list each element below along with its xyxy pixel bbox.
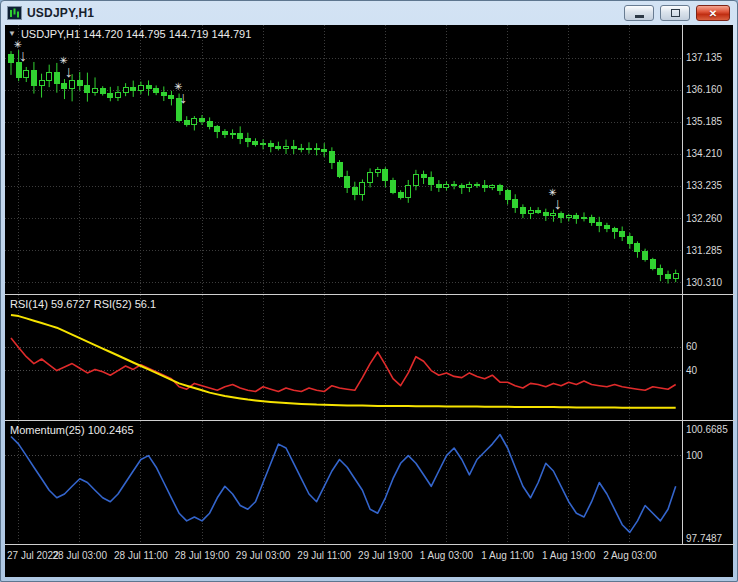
time-axis-label: 1 Aug 19:00 bbox=[542, 550, 596, 561]
momentum-axis-label: 100 bbox=[686, 450, 703, 461]
window-title: USDJPY,H1 bbox=[27, 6, 94, 20]
price-axis-label: 130.310 bbox=[686, 277, 723, 288]
rsi-indicator-label: RSI(14) 59.6727 RSI(52) 56.1 bbox=[10, 298, 156, 310]
time-axis-label: 1 Aug 11:00 bbox=[481, 550, 534, 561]
chart-area[interactable]: ✳↓✳↓✳↓✳↓137.135136.160135.185134.210133.… bbox=[5, 25, 733, 577]
candles bbox=[9, 50, 679, 283]
sell-arrow-icon: ↓ bbox=[19, 47, 27, 64]
momentum-axis-label: 97.7487 bbox=[686, 533, 723, 544]
minimize-button[interactable] bbox=[624, 5, 654, 21]
rsi-axis-label: 40 bbox=[686, 365, 698, 376]
minimize-icon bbox=[635, 15, 644, 18]
momentum-line-Momentum(25) bbox=[11, 435, 676, 533]
chart-window: USDJPY,H1 ✕ ✳↓✳↓✳↓✳↓137.135136.160135.18… bbox=[0, 0, 738, 582]
time-axis[interactable]: 27 Jul 202228 Jul 03:0028 Jul 11:0028 Ju… bbox=[7, 550, 657, 561]
price-axis-label: 133.235 bbox=[686, 180, 723, 191]
time-axis-label: 28 Jul 19:00 bbox=[175, 550, 230, 561]
momentum-axis-label: 100.6685 bbox=[686, 424, 728, 435]
rsi-line-RSI(52) bbox=[11, 315, 676, 408]
price-axis-label: 136.160 bbox=[686, 84, 723, 95]
sell-arrow-icon: ↓ bbox=[553, 195, 561, 212]
rsi-line-RSI(14) bbox=[11, 338, 676, 391]
time-axis-label: 1 Aug 03:00 bbox=[420, 550, 474, 561]
sell-arrow-icon: ↓ bbox=[179, 89, 187, 106]
sell-arrow-icon: ↓ bbox=[64, 63, 72, 80]
symbol-ohlc-text: USDJPY,H1 144.720 144.795 144.719 144.79… bbox=[21, 28, 251, 40]
momentum-indicator-label: Momentum(25) 100.2465 bbox=[10, 424, 134, 436]
price-axis-label: 134.210 bbox=[686, 148, 723, 159]
time-axis-label: 2 Aug 03:00 bbox=[603, 550, 657, 561]
time-axis-label: 28 Jul 11:00 bbox=[114, 550, 168, 561]
time-axis-label: 28 Jul 03:00 bbox=[53, 550, 108, 561]
rsi-axis-label: 60 bbox=[686, 341, 698, 352]
chart-dropdown-icon[interactable]: ▼ bbox=[8, 28, 16, 40]
price-axis-label: 135.185 bbox=[686, 116, 723, 127]
window-controls: ✕ bbox=[624, 5, 731, 21]
price-axis-label: 137.135 bbox=[686, 52, 723, 63]
price-axis-label: 131.285 bbox=[686, 245, 723, 256]
panel-separators bbox=[5, 25, 735, 545]
price-axis[interactable]: 137.135136.160135.185134.210133.235132.2… bbox=[686, 52, 728, 544]
chart-grid bbox=[5, 25, 683, 545]
titlebar[interactable]: USDJPY,H1 ✕ bbox=[1, 1, 737, 25]
time-axis-label: 29 Jul 19:00 bbox=[358, 550, 413, 561]
close-icon: ✕ bbox=[709, 8, 717, 19]
close-button[interactable]: ✕ bbox=[696, 5, 730, 21]
time-axis-label: 27 Jul 2022 bbox=[7, 550, 59, 561]
maximize-icon bbox=[671, 9, 680, 17]
maximize-button[interactable] bbox=[660, 5, 690, 21]
time-axis-label: 29 Jul 03:00 bbox=[236, 550, 291, 561]
time-axis-label: 29 Jul 11:00 bbox=[297, 550, 351, 561]
symbol-ohlc-label: ▼ USDJPY,H1 144.720 144.795 144.719 144.… bbox=[8, 28, 251, 40]
app-icon bbox=[7, 6, 22, 20]
price-axis-label: 132.260 bbox=[686, 213, 723, 224]
